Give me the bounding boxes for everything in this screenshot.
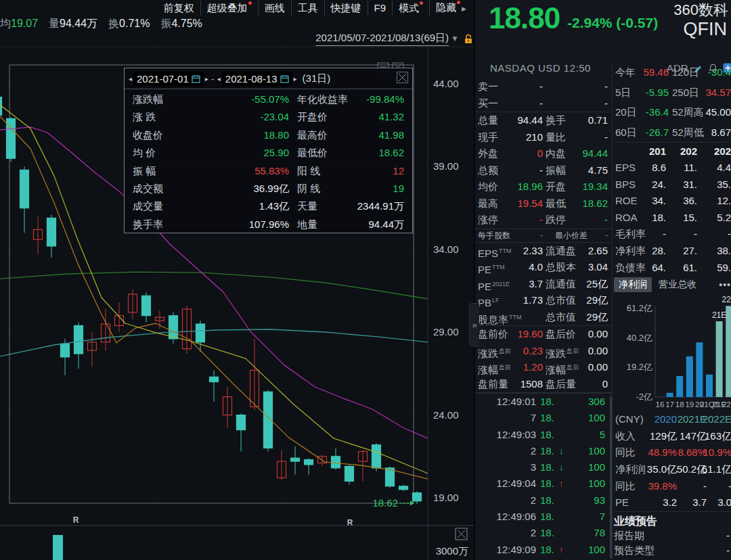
toolbar-item-F9[interactable]: F9 bbox=[368, 1, 393, 16]
ratio-label: EPS bbox=[615, 160, 636, 177]
estimates-row: 同比48.9%8.68%10.9% bbox=[614, 444, 731, 461]
period-label: 20日 bbox=[615, 102, 637, 122]
toolbar-item-前复权[interactable]: 前复权 bbox=[158, 1, 200, 16]
estimates-value: 147亿 bbox=[680, 428, 707, 445]
stat-value: 94.44万 bbox=[60, 18, 97, 29]
financial-ratio-row: 净利率28.27.38. bbox=[614, 243, 731, 260]
stat-value: 94.44万 bbox=[368, 216, 404, 233]
ratio-value: 12. bbox=[717, 193, 731, 210]
time-sales-row: 12:49:0618.7 bbox=[475, 509, 612, 525]
tab-revenue[interactable]: 营业总收 bbox=[659, 279, 696, 291]
quote-value: 19.54 bbox=[517, 195, 543, 212]
stat-label: 成交额 bbox=[133, 180, 163, 197]
quote-value: 1508 bbox=[520, 376, 543, 393]
interval-stat-row: 换手率107.96%地量94.44万 bbox=[125, 216, 412, 233]
quote-row: 每手股数-最小价差- bbox=[475, 229, 612, 242]
quote-value: 94.44 bbox=[582, 145, 608, 162]
mini-y-tick: -2亿 bbox=[636, 392, 652, 402]
quote-value: 3.04 bbox=[588, 259, 608, 276]
estimates-label: 同比 bbox=[615, 444, 636, 461]
estimates-value: 35.0亿 bbox=[647, 461, 677, 478]
date-separator: - bbox=[211, 73, 215, 85]
ratio-value: 35. bbox=[717, 177, 731, 193]
fundamentals-column: 今年59.46120日-30.45日-5.95250日34.5720日-36.4… bbox=[612, 62, 731, 560]
period-value: -30.4 bbox=[708, 62, 731, 83]
next-date-icon[interactable]: ▸ bbox=[294, 75, 297, 83]
quote-value: 4.0 bbox=[529, 259, 543, 276]
toolbar-item-超级叠加[interactable]: 超级叠加 bbox=[200, 1, 258, 16]
start-date-field[interactable]: 2021-07-01 bbox=[133, 72, 204, 86]
candle-body bbox=[345, 467, 354, 482]
quote-value: - bbox=[539, 212, 543, 229]
y-axis-label: 24.00 bbox=[433, 409, 459, 421]
stat-label: 最低价 bbox=[297, 144, 328, 162]
candle-body bbox=[47, 218, 56, 246]
quote-label: 盘前量 bbox=[478, 376, 508, 393]
quote-row: 最高19.54最低18.62 bbox=[475, 195, 612, 212]
quote-label: 最高 bbox=[478, 195, 498, 212]
y-axis-label: 34.00 bbox=[433, 243, 459, 255]
toolbar-item-快捷键[interactable]: 快捷键 bbox=[324, 1, 368, 16]
quote-label: 流通盘 bbox=[546, 243, 576, 260]
close-icon[interactable] bbox=[397, 72, 408, 85]
stat-label: 换 bbox=[108, 18, 119, 29]
period-value: 45.00 bbox=[705, 102, 731, 122]
mini-x-label: 19 bbox=[685, 400, 694, 409]
toolbar-item-画线[interactable]: 画线 bbox=[258, 1, 291, 16]
stat-label: 天量 bbox=[297, 197, 317, 215]
year-header: 202 bbox=[680, 143, 697, 160]
quote-row: PETTM4.0总股本3.04 bbox=[475, 259, 612, 276]
chevron-down-icon[interactable]: ▼ bbox=[451, 34, 459, 43]
y-axis-label: 39.00 bbox=[433, 160, 459, 172]
time-sales-row: 218.93 bbox=[475, 492, 612, 509]
ratio-value: - bbox=[694, 226, 697, 243]
exchange-line: NASDAQ USD 12:50 bbox=[490, 62, 591, 74]
quote-value: 0.00 bbox=[588, 359, 608, 376]
period-label: 52周低 bbox=[672, 122, 704, 143]
up-arrow-icon: ↑ bbox=[559, 542, 564, 558]
next-date-icon[interactable]: ▸ bbox=[205, 75, 208, 83]
stat-item: 振4.75% bbox=[160, 17, 202, 31]
toolbar-item-隐藏[interactable]: 隐藏▶ bbox=[429, 0, 472, 16]
quote-row: 涨跌盘前0.23涨跌盘后0.00 bbox=[475, 343, 612, 360]
stat-label: 收盘价 bbox=[133, 126, 163, 144]
prev-date-icon[interactable]: ◂ bbox=[217, 75, 221, 83]
period-return-row: 今年59.46120日-30.4 bbox=[614, 62, 731, 83]
toolbar-item-label: 隐藏 bbox=[436, 1, 456, 13]
forecast-section-header: 业绩预告 bbox=[614, 512, 731, 528]
end-date-field[interactable]: 2021-08-13 bbox=[222, 72, 292, 86]
stat-value: 18.62 bbox=[378, 144, 404, 162]
quote-value: - bbox=[605, 229, 608, 242]
tab-net-profit[interactable]: 净利润 bbox=[614, 277, 652, 292]
quote-value: 0 bbox=[602, 376, 608, 393]
trade-volume: 100 bbox=[588, 443, 605, 459]
quote-label: 量比 bbox=[546, 129, 566, 146]
more-tabs-icon[interactable]: ••• bbox=[719, 279, 731, 290]
down-arrow-icon: ↓ bbox=[559, 459, 564, 475]
quote-value: - bbox=[540, 229, 543, 242]
toolbar-item-工具[interactable]: 工具 bbox=[291, 1, 324, 16]
toolbar-item-模式[interactable]: 模式 bbox=[392, 1, 429, 16]
date-range-text[interactable]: 2021/05/07-2021/08/13(69日) bbox=[315, 32, 449, 46]
forecast-row: 报告期- bbox=[614, 528, 731, 543]
stat-value: 41.32 bbox=[378, 108, 404, 126]
stat-value: 1.43亿 bbox=[259, 197, 289, 215]
quote-value: 2.33 bbox=[523, 243, 543, 260]
quote-value: - bbox=[604, 212, 608, 229]
prev-date-icon[interactable]: ◂ bbox=[129, 75, 132, 83]
quote-value: 19.34 bbox=[582, 179, 608, 195]
candle-body bbox=[332, 457, 340, 468]
ratio-value: 38. bbox=[717, 243, 731, 260]
quote-details-column: 卖一--买一--总量94.44换手0.71现手210量比-外盘0内盘94.44总… bbox=[475, 78, 612, 560]
estimates-value: 3.7 bbox=[692, 494, 707, 511]
candle-body bbox=[305, 460, 313, 465]
unlock-icon[interactable] bbox=[463, 33, 474, 47]
panel-collapse-handle[interactable]: » bbox=[469, 303, 479, 346]
period-label: 5日 bbox=[615, 83, 631, 103]
interval-stat-row: 涨 跌-23.04开盘价41.32 bbox=[125, 108, 412, 126]
stat-value: 25.90 bbox=[263, 144, 289, 162]
quote-row: PE2021E3.7流通值25亿 bbox=[475, 276, 612, 293]
interval-stat-row: 成交量1.43亿天量2344.91万 bbox=[125, 197, 412, 215]
quote-label: 股息率TTM bbox=[478, 309, 522, 329]
period-return-row: 20日-36.452周高45.00 bbox=[614, 102, 731, 122]
